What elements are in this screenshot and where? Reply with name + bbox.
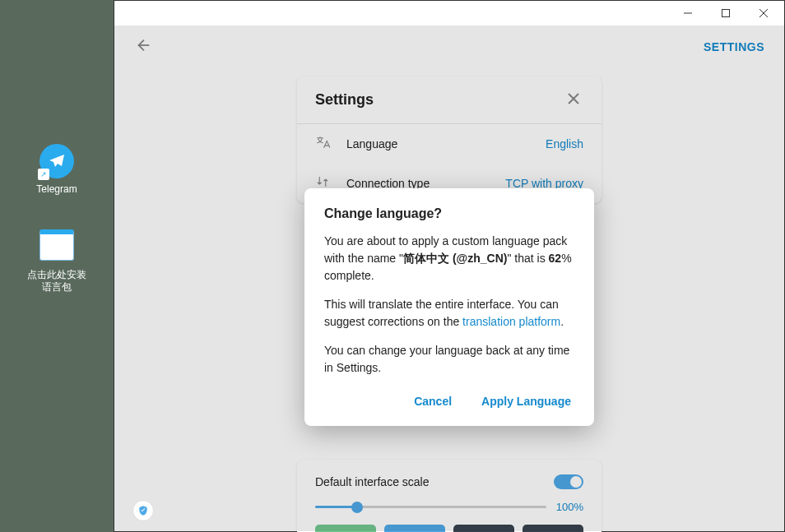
dialog-paragraph: You are about to apply a custom language…	[324, 233, 574, 285]
cancel-button[interactable]: Cancel	[411, 388, 455, 414]
window-titlebar	[114, 1, 784, 25]
shortcut-arrow-icon: ↗	[38, 169, 49, 180]
verified-badge[interactable]	[132, 500, 154, 521]
dialog-paragraph: You can change your language back at any…	[324, 342, 574, 377]
maximize-button[interactable]	[707, 1, 745, 25]
desktop-icon-langpack[interactable]: 点击此处安装 语言包	[27, 229, 86, 294]
dialog-paragraph: This will translate the entire interface…	[324, 296, 574, 331]
desktop-icon-telegram[interactable]: ↗ Telegram	[36, 144, 77, 197]
maximize-icon	[722, 9, 730, 17]
desktop-icon-label: 点击此处安装 语言包	[27, 269, 86, 294]
app-content: SETTINGS Settings Language English	[114, 25, 784, 531]
dialog-actions: Cancel Apply Language	[324, 388, 574, 414]
close-button[interactable]	[745, 1, 783, 25]
minimize-button[interactable]	[669, 1, 707, 25]
app-window: SETTINGS Settings Language English	[114, 0, 785, 532]
svg-rect-1	[722, 10, 730, 17]
apply-language-button[interactable]: Apply Language	[478, 388, 574, 414]
desktop-background: ↗ Telegram 点击此处安装 语言包	[0, 0, 114, 532]
translation-platform-link[interactable]: translation platform	[462, 315, 560, 328]
desktop-icon-label: Telegram	[36, 183, 77, 197]
dialog-body: You are about to apply a custom language…	[324, 233, 574, 377]
minimize-icon	[684, 9, 692, 17]
dialog-title: Change language?	[324, 206, 574, 221]
file-icon	[39, 229, 74, 264]
close-icon	[759, 9, 768, 17]
telegram-app-icon: ↗	[39, 144, 74, 178]
change-language-dialog: Change language? You are about to apply …	[304, 188, 594, 426]
shield-check-icon	[137, 505, 149, 516]
